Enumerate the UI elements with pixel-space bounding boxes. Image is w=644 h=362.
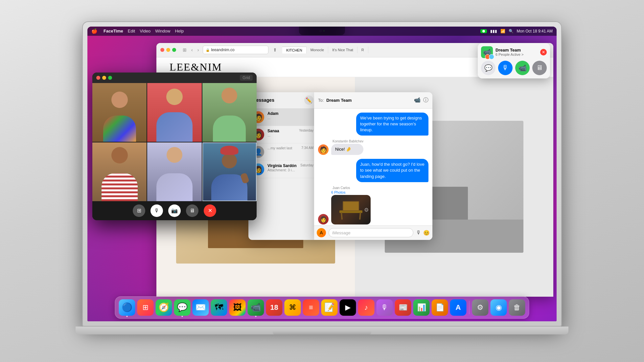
- facetime-zoom-button[interactable]: [108, 76, 112, 80]
- website-logo: LEE&NIM: [170, 61, 489, 73]
- apple-logo-icon[interactable]: 🍎: [91, 28, 98, 34]
- search-icon[interactable]: 🔍: [509, 29, 514, 33]
- browser-minimize-button[interactable]: [166, 48, 170, 52]
- dock-finder-icon[interactable]: 🔵: [119, 299, 135, 316]
- video-grid: [92, 83, 257, 201]
- bubble-konstantin: Nice! 🤌: [331, 144, 363, 155]
- facetime-grid-label[interactable]: Grid: [240, 75, 253, 81]
- camera-button[interactable]: 📷: [168, 204, 181, 217]
- browser-forward-button[interactable]: ›: [196, 47, 200, 53]
- message-content-1: We've been trying to get designs togethe…: [356, 113, 428, 136]
- facetime-indicator-dot: [482, 30, 485, 32]
- audio-icon[interactable]: 🎙: [416, 230, 421, 236]
- dock-mail-icon[interactable]: ✉️: [193, 299, 209, 316]
- dock-podcasts-icon[interactable]: 🎙: [377, 299, 393, 316]
- facetime-close-button[interactable]: [96, 76, 100, 80]
- message-received-juan: 👩 Juan Carlos 6 Photos: [318, 186, 428, 224]
- end-call-button[interactable]: ✕: [204, 204, 216, 217]
- emoji-icon[interactable]: 😊: [423, 230, 430, 236]
- browser-share-icon[interactable]: ⬆: [273, 47, 277, 53]
- browser-tab-itsnicethat[interactable]: It's Nice That: [328, 47, 357, 53]
- notif-screen-button[interactable]: 🖥: [532, 61, 547, 75]
- browser-tab-kitchen[interactable]: KITCHEN: [282, 47, 306, 53]
- video-cell-5: [147, 142, 201, 201]
- facetime-controls: ⊞ 🎙 📷 🖥 ✕: [92, 201, 257, 220]
- virginia-conv-content: Virginia Sardón Attachment: 3 images: [267, 163, 297, 172]
- dock-music-icon[interactable]: ♪: [358, 299, 375, 316]
- conversation-sanaa[interactable]: 👩 Sanaa ... Yesterday: [248, 126, 317, 143]
- dock-shortcuts-icon[interactable]: ⌘: [285, 299, 301, 316]
- dock-messages-dot: [182, 316, 183, 317]
- notification-close-button[interactable]: ✕: [540, 49, 547, 55]
- notif-mic-button[interactable]: 🎙: [498, 61, 513, 75]
- info-icon[interactable]: ⓘ: [423, 97, 428, 104]
- facetime-minimize-button[interactable]: [102, 76, 106, 80]
- menubar-video[interactable]: Video: [140, 29, 150, 33]
- dock-notes-icon[interactable]: 📝: [321, 299, 338, 316]
- conversation-virginia[interactable]: 👩 Virginia Sardón Attachment: 3 images S…: [248, 161, 317, 178]
- browser-tabs: KITCHEN Monocle It's Nice That R: [282, 47, 368, 53]
- dock-appletv-icon[interactable]: ▶: [340, 299, 356, 316]
- video-call-icon[interactable]: 📹: [414, 97, 421, 104]
- screen-share-button[interactable]: 🖥: [186, 204, 198, 217]
- anon-time: 7:34 AM: [301, 146, 313, 150]
- browser-tab-monocle[interactable]: Monocle: [307, 47, 329, 53]
- dock-facetime-icon[interactable]: 📹: [248, 299, 264, 316]
- dock-maps-icon[interactable]: 🗺: [211, 299, 227, 316]
- dock-messages-icon[interactable]: 💬: [174, 299, 191, 316]
- sanaa-name: Sanaa: [267, 129, 296, 133]
- facetime-notif-icon: 📹: [481, 46, 493, 58]
- imessage-header: To: Dream Team 📹 ⓘ: [314, 92, 432, 109]
- juan-avatar: 👩: [318, 214, 329, 224]
- dock-news-icon[interactable]: 📰: [395, 299, 411, 316]
- notif-message-button[interactable]: 💬: [481, 61, 495, 75]
- notif-facetime-button[interactable]: 📹: [515, 61, 530, 75]
- compose-button[interactable]: ✏️: [304, 96, 313, 105]
- dock-calendar-icon[interactable]: 18: [266, 299, 283, 316]
- dock-appstore-icon[interactable]: A: [450, 299, 467, 316]
- layout-button[interactable]: ⊞: [133, 204, 145, 217]
- notification-text: Dream Team 6 People Active >: [495, 48, 538, 56]
- dock-trash-icon[interactable]: 🗑: [509, 299, 525, 316]
- browser-navigation: ⊞ ‹ ›: [181, 47, 200, 53]
- konstantin-sender-name: Konstantin Babitchev: [331, 139, 363, 143]
- video-cell-3: [202, 83, 257, 142]
- dock-launchpad-icon[interactable]: ⊞: [137, 299, 154, 316]
- browser-back-button[interactable]: ‹: [190, 47, 194, 53]
- dock-screensavers-icon[interactable]: ◉: [491, 299, 507, 316]
- virginia-name: Virginia Sardón: [267, 163, 297, 168]
- imessage-main: To: Dream Team 📹 ⓘ We've been t: [314, 92, 432, 240]
- image-options-icon[interactable]: ⚙: [364, 206, 369, 213]
- notif-avatars: [485, 54, 494, 59]
- menubar-battery-icon: ▮▮▮: [490, 29, 497, 33]
- send-actions: 🎙 😊: [416, 230, 430, 236]
- menubar-window[interactable]: Window: [155, 29, 170, 33]
- browser-close-button[interactable]: [160, 48, 164, 52]
- video-person-4: [92, 142, 147, 201]
- conversation-anon[interactable]: 👤 ...my wallet last 7:34 AM: [248, 143, 317, 161]
- address-bar[interactable]: 🔒 leeandnim.co: [203, 46, 268, 54]
- menubar-edit[interactable]: Edit: [128, 29, 135, 33]
- dock-reminders-icon[interactable]: ≡: [303, 299, 319, 316]
- imessage-recipient: Dream Team: [326, 98, 352, 103]
- virginia-time: Saturday: [300, 163, 313, 167]
- adam-name: Adam: [267, 111, 310, 116]
- dock-safari-icon[interactable]: 🧭: [156, 299, 172, 316]
- menubar-help[interactable]: Help: [175, 29, 184, 33]
- juan-sender-name: Juan Carlos: [331, 186, 371, 190]
- screen-content: 🍎 FaceTime Edit Video Window Help ▮▮▮: [87, 27, 557, 321]
- dock-pages-icon[interactable]: 📄: [432, 299, 448, 316]
- facetime-active-indicator: [480, 29, 487, 33]
- dock: 🔵 ⊞ 🧭 💬: [115, 296, 529, 319]
- browser-tab-r[interactable]: R: [357, 47, 368, 53]
- conversation-adam[interactable]: 🧑 Adam ...: [248, 109, 317, 126]
- mic-button[interactable]: 🎙: [150, 204, 163, 217]
- imessage-input[interactable]: iMessage: [329, 228, 413, 237]
- dock-photos-icon[interactable]: 🖼: [229, 299, 246, 316]
- menubar: 🍎 FaceTime Edit Video Window Help ▮▮▮: [87, 27, 557, 36]
- dock-settings-icon[interactable]: ⚙: [472, 299, 489, 316]
- browser-sidebar-icon[interactable]: ⊞: [181, 47, 188, 53]
- browser-maximize-button[interactable]: [172, 48, 176, 52]
- message-received-konstantin: 🧑 Konstantin Babitchev Nice! 🤌: [318, 139, 428, 155]
- dock-numbers-icon[interactable]: 📊: [413, 299, 430, 316]
